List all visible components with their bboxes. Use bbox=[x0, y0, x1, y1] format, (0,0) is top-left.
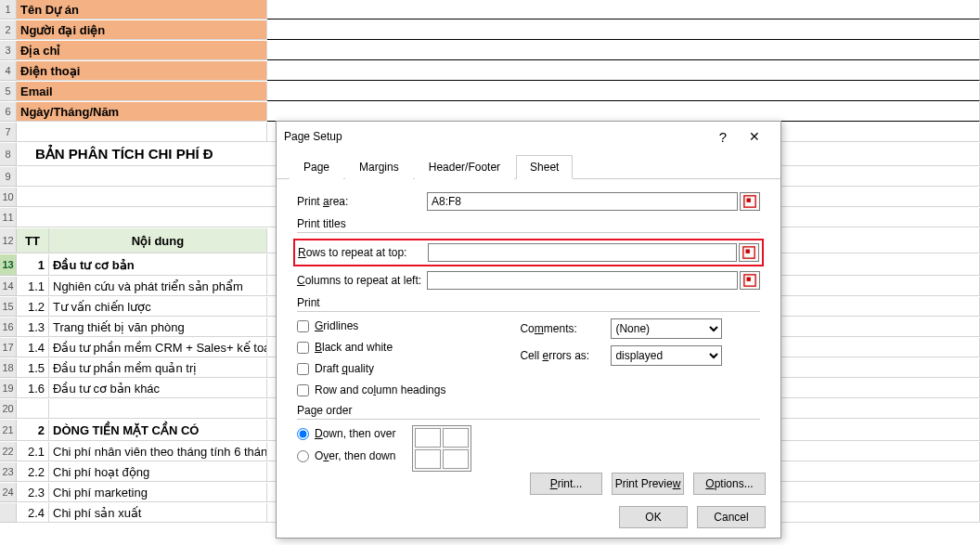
row-header[interactable]: 9 bbox=[0, 167, 17, 187]
cell[interactable] bbox=[267, 61, 980, 81]
print-area-input[interactable] bbox=[427, 192, 738, 211]
row-header[interactable]: 7 bbox=[0, 123, 17, 142]
range-picker-icon[interactable] bbox=[740, 271, 760, 290]
cell-nd[interactable]: Đầu tư cơ bản khác bbox=[49, 379, 267, 398]
cell-nd[interactable]: Chi phí hoạt động bbox=[49, 462, 267, 482]
cell-nd[interactable]: Chi phí sản xuất bbox=[49, 503, 267, 523]
cell-tt[interactable]: 1.4 bbox=[17, 338, 49, 357]
help-icon[interactable]: ? bbox=[710, 129, 736, 145]
row-header[interactable]: 17 bbox=[0, 338, 17, 357]
row-header[interactable]: 1 bbox=[0, 0, 17, 19]
row-header[interactable]: 24 bbox=[0, 483, 17, 502]
row-header[interactable]: 2 bbox=[0, 20, 17, 40]
cols-repeat-input[interactable] bbox=[427, 271, 738, 290]
row-header[interactable]: 15 bbox=[0, 297, 17, 317]
row-header[interactable]: 6 bbox=[0, 102, 17, 122]
rows-repeat-label: Rows to repeat at top: bbox=[298, 246, 428, 259]
rows-repeat-input[interactable] bbox=[428, 243, 737, 262]
row-header[interactable]: 8 bbox=[0, 143, 17, 166]
dialog-titlebar[interactable]: Page Setup ? ✕ bbox=[277, 122, 780, 151]
col-header-tt[interactable]: TT bbox=[17, 228, 49, 253]
svg-rect-5 bbox=[747, 278, 751, 281]
down-over-radio[interactable]: Down, then over bbox=[297, 425, 395, 442]
cell-label[interactable]: Ngày/Tháng/Năm bbox=[17, 102, 267, 122]
cell-nd[interactable]: Chi phí marketing bbox=[49, 483, 267, 502]
cell-label[interactable]: Người đại diện bbox=[17, 20, 267, 40]
cell-nd[interactable]: Nghiên cứu và phát triển sản phẩm bbox=[49, 277, 267, 296]
cell-nd[interactable]: Chi phí nhân viên theo tháng tính 6 thán… bbox=[49, 442, 267, 461]
dialog-title: Page Setup bbox=[284, 130, 710, 143]
page-order-label: Page order bbox=[297, 404, 760, 417]
cell-tt[interactable]: 2 bbox=[17, 420, 49, 441]
cell-tt[interactable]: 2.1 bbox=[17, 442, 49, 461]
cell-label[interactable]: Tên Dự án bbox=[17, 0, 267, 19]
cell[interactable] bbox=[17, 123, 267, 142]
cell-tt[interactable]: 1.6 bbox=[17, 379, 49, 398]
cols-repeat-label: Columns to repeat at left: bbox=[297, 274, 427, 287]
row-header[interactable]: 21 bbox=[0, 420, 17, 441]
tab-sheet[interactable]: Sheet bbox=[516, 155, 573, 179]
cell-nd[interactable]: Đầu tư phần mềm quản trị bbox=[49, 358, 267, 378]
row-header[interactable] bbox=[0, 503, 17, 523]
cell-nd[interactable] bbox=[49, 399, 267, 419]
cell-label[interactable]: Điện thoại bbox=[17, 61, 267, 81]
tab-page[interactable]: Page bbox=[290, 155, 343, 179]
row-header[interactable]: 20 bbox=[0, 399, 17, 419]
cancel-button[interactable]: Cancel bbox=[697, 506, 766, 528]
row-header[interactable]: 3 bbox=[0, 41, 17, 60]
cell-nd[interactable]: Tư vấn chiến lược bbox=[49, 297, 267, 317]
bw-checkbox[interactable]: Black and white bbox=[297, 339, 445, 356]
row-header[interactable]: 23 bbox=[0, 462, 17, 482]
cell[interactable] bbox=[267, 41, 980, 60]
comments-select[interactable]: (None) bbox=[611, 318, 722, 339]
print-button[interactable]: Print... bbox=[530, 473, 602, 495]
ok-button[interactable]: OK bbox=[619, 506, 688, 528]
cell-tt[interactable]: 1.3 bbox=[17, 318, 49, 337]
cell-nd[interactable]: Trang thiết bị văn phòng bbox=[49, 318, 267, 337]
cell-nd[interactable]: DÒNG TIỀN MẶT CẦN CÓ bbox=[49, 420, 267, 441]
row-header[interactable]: 14 bbox=[0, 277, 17, 296]
cell-tt[interactable]: 2.2 bbox=[17, 462, 49, 482]
print-titles-label: Print titles bbox=[297, 217, 760, 230]
range-picker-icon[interactable] bbox=[740, 192, 760, 211]
row-header[interactable]: 22 bbox=[0, 442, 17, 461]
cell-label[interactable]: Email bbox=[17, 82, 267, 101]
row-header[interactable]: 13 bbox=[0, 254, 17, 276]
cell-tt[interactable]: 1.1 bbox=[17, 277, 49, 296]
cell[interactable] bbox=[267, 0, 980, 19]
row-header[interactable]: 18 bbox=[0, 358, 17, 378]
svg-rect-3 bbox=[746, 250, 750, 253]
over-down-radio[interactable]: Over, then down bbox=[297, 448, 395, 464]
cell-tt[interactable]: 1 bbox=[17, 254, 49, 276]
row-header[interactable]: 12 bbox=[0, 228, 17, 253]
cell-nd[interactable]: Đầu tư cơ bản bbox=[49, 254, 267, 276]
row-header[interactable]: 10 bbox=[0, 188, 17, 207]
options-button[interactable]: Options... bbox=[693, 473, 766, 495]
cell-tt[interactable]: 1.2 bbox=[17, 297, 49, 317]
row-header[interactable]: 5 bbox=[0, 82, 17, 101]
row-header[interactable]: 19 bbox=[0, 379, 17, 398]
gridlines-checkbox[interactable]: Gridlines bbox=[297, 318, 445, 334]
rowcol-checkbox[interactable]: Row and column headings bbox=[297, 382, 445, 398]
cell-tt[interactable]: 2.3 bbox=[17, 483, 49, 502]
cell[interactable] bbox=[267, 20, 980, 40]
cell[interactable] bbox=[267, 82, 980, 101]
col-header-nd[interactable]: Nội dung bbox=[49, 228, 267, 253]
cell-tt[interactable] bbox=[17, 399, 49, 419]
row-header[interactable]: 11 bbox=[0, 208, 17, 227]
row-header[interactable]: 16 bbox=[0, 318, 17, 337]
close-icon[interactable]: ✕ bbox=[736, 129, 773, 144]
cell-label[interactable]: Địa chỉ bbox=[17, 41, 267, 60]
print-preview-button[interactable]: Print Preview bbox=[612, 473, 684, 495]
tab-header-footer[interactable]: Header/Footer bbox=[415, 155, 514, 179]
errors-select[interactable]: displayed bbox=[611, 345, 722, 366]
draft-checkbox[interactable]: Draft quality bbox=[297, 360, 445, 377]
cell-tt[interactable]: 2.4 bbox=[17, 503, 49, 523]
range-picker-icon[interactable] bbox=[739, 243, 759, 262]
cell[interactable] bbox=[267, 102, 980, 122]
tab-margins[interactable]: Margins bbox=[345, 155, 413, 179]
row-header[interactable]: 4 bbox=[0, 61, 17, 81]
cell-tt[interactable]: 1.5 bbox=[17, 358, 49, 378]
rows-repeat-highlight: Rows to repeat at top: bbox=[293, 239, 764, 266]
cell-nd[interactable]: Đầu tư phần mềm CRM + Sales+ kế toán bbox=[49, 338, 267, 357]
